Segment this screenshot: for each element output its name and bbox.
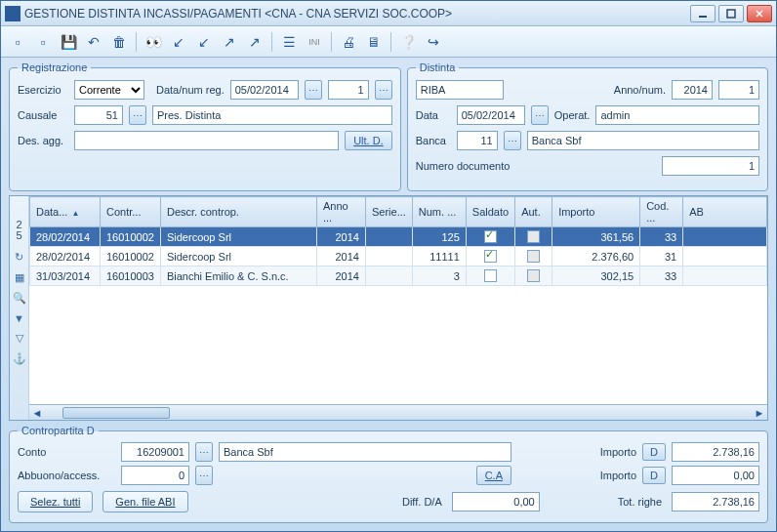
datanumreg-num-input[interactable]	[328, 80, 369, 100]
operat-input	[595, 105, 759, 125]
esercizio-select[interactable]: Corrente	[74, 80, 144, 100]
col-num[interactable]: Num. ...	[412, 197, 466, 227]
col-ab[interactable]: AB	[683, 197, 767, 227]
operat-label: Operat.	[554, 109, 591, 121]
diff-value	[452, 492, 540, 512]
grid-row-counter: 25	[16, 218, 21, 243]
titlebar: GESTIONE DISTINTA INCASSI/PAGAMENTI <CNA…	[1, 1, 776, 26]
aut-checkbox[interactable]	[527, 269, 540, 282]
gen-file-abi-button[interactable]: Gen. file ABI	[102, 491, 187, 512]
col-importo[interactable]: Importo	[552, 197, 640, 227]
last-icon[interactable]: ↗	[244, 31, 266, 53]
aut-checkbox[interactable]	[527, 230, 540, 243]
esercizio-label: Esercizio	[18, 84, 68, 96]
abbuono-lookup-icon[interactable]: ⋯	[195, 466, 213, 485]
abbuono-input[interactable]	[121, 466, 189, 485]
col-contr[interactable]: Contr...	[101, 197, 161, 227]
distinta-data-input[interactable]	[457, 105, 525, 125]
col-descr[interactable]: Descr. controp.	[160, 197, 316, 227]
importo2-d-badge[interactable]: D	[642, 467, 666, 484]
saldato-checkbox[interactable]	[484, 230, 497, 243]
col-saldato[interactable]: Saldato	[466, 197, 514, 227]
grid-table[interactable]: Data... Contr... Descr. controp. Anno ..…	[29, 196, 767, 286]
num-input[interactable]	[718, 80, 759, 100]
banca-desc-input	[527, 131, 759, 150]
contropartita-group: Contropartita D Conto ⋯ Importo D Abbuon…	[9, 425, 768, 523]
add-row-icon[interactable]: ▦	[15, 271, 24, 284]
col-serie[interactable]: Serie...	[365, 197, 412, 227]
col-aut[interactable]: Aut.	[515, 197, 552, 227]
filter-icon[interactable]: ▼	[14, 312, 24, 324]
aut-checkbox[interactable]	[527, 250, 540, 263]
help-icon[interactable]: ❔	[397, 31, 419, 53]
causale-label: Causale	[18, 109, 68, 121]
anno-input[interactable]	[672, 80, 713, 100]
exit-icon[interactable]: ↪	[423, 31, 444, 53]
delete-icon[interactable]: 🗑	[108, 31, 130, 53]
ca-button[interactable]: C.A	[476, 466, 511, 485]
tot-label: Tot. righe	[618, 496, 662, 508]
monitor-icon[interactable]: 🖥	[363, 31, 385, 53]
distinta-tipo-input	[416, 80, 504, 100]
list-icon[interactable]: ☰	[278, 31, 300, 53]
banca-code-input[interactable]	[457, 131, 498, 150]
datanumreg-lookup-icon[interactable]: ⋯	[375, 80, 392, 100]
col-anno[interactable]: Anno ...	[316, 197, 365, 227]
banca-lookup-icon[interactable]: ⋯	[504, 131, 521, 150]
first-icon[interactable]: ↙	[168, 31, 189, 53]
conto-lookup-icon[interactable]: ⋯	[195, 442, 213, 462]
causale-code-input[interactable]	[74, 105, 123, 125]
main-window: GESTIONE DISTINTA INCASSI/PAGAMENTI <CNA…	[0, 0, 777, 532]
datanumreg-date-input[interactable]	[230, 80, 299, 100]
tot-value	[672, 492, 759, 512]
anchor-icon[interactable]: ⚓	[13, 352, 26, 365]
saldato-checkbox[interactable]	[484, 269, 497, 282]
importo2-input[interactable]	[672, 466, 759, 485]
distinta-legend: Distinta	[416, 61, 460, 73]
importo1-d-badge[interactable]: D	[642, 443, 666, 461]
svg-rect-0	[699, 16, 707, 18]
importo1-input[interactable]	[672, 442, 759, 462]
saldato-checkbox[interactable]	[484, 250, 497, 263]
copy-icon[interactable]: ▫	[32, 31, 54, 53]
new-icon[interactable]: ▫	[7, 31, 28, 53]
causale-lookup-icon[interactable]: ⋯	[129, 105, 146, 125]
distinta-data-label: Data	[416, 109, 451, 121]
save-icon[interactable]: 💾	[58, 31, 79, 53]
minimize-button[interactable]	[690, 5, 716, 22]
numdoc-input[interactable]	[662, 156, 759, 176]
col-cod[interactable]: Cod. ...	[640, 197, 683, 227]
datanumreg-calendar-icon[interactable]: ⋯	[305, 80, 322, 100]
col-data[interactable]: Data...	[30, 197, 101, 227]
next-icon[interactable]: ↗	[219, 31, 240, 53]
refresh-icon[interactable]: ↻	[15, 251, 23, 264]
filter-clear-icon[interactable]: ▽	[16, 332, 23, 345]
maximize-button[interactable]	[718, 5, 744, 22]
table-row[interactable]: 31/03/201416010003Bianchi Emilio & C. S.…	[30, 266, 767, 286]
distinta-data-calendar-icon[interactable]: ⋯	[531, 105, 549, 125]
table-row[interactable]: 28/02/201416010002Sidercoop Srl201411111…	[30, 247, 767, 266]
conto-code-input[interactable]	[121, 442, 189, 462]
numdoc-label: Numero documento	[416, 160, 511, 172]
table-row[interactable]: 28/02/201416010002Sidercoop Srl201412536…	[30, 227, 767, 247]
zoom-icon[interactable]: 🔍	[13, 292, 26, 305]
selez-tutti-button[interactable]: Selez. tutti	[18, 491, 93, 512]
ultd-button[interactable]: Ult. D.	[345, 131, 392, 150]
datanumreg-label: Data/num reg.	[156, 84, 225, 96]
close-button[interactable]	[747, 5, 772, 22]
banca-label: Banca	[416, 135, 451, 146]
prev-icon[interactable]: ↙	[193, 31, 215, 53]
undo-icon[interactable]: ↶	[83, 31, 104, 53]
print-icon[interactable]: 🖨	[338, 31, 359, 53]
desagg-input[interactable]	[74, 131, 339, 150]
abbuono-label: Abbuono/access.	[18, 470, 115, 481]
contropartita-legend: Contropartita D	[18, 425, 99, 436]
scroll-thumb[interactable]	[62, 407, 170, 419]
binoculars-icon[interactable]: 👀	[143, 31, 164, 53]
ini-icon[interactable]: INI	[304, 31, 325, 53]
horizontal-scrollbar[interactable]: ◄ ►	[29, 404, 767, 420]
causale-desc-input	[152, 105, 392, 125]
conto-label: Conto	[18, 446, 115, 458]
scroll-right-icon[interactable]: ►	[752, 406, 767, 420]
scroll-left-icon[interactable]: ◄	[29, 406, 45, 420]
